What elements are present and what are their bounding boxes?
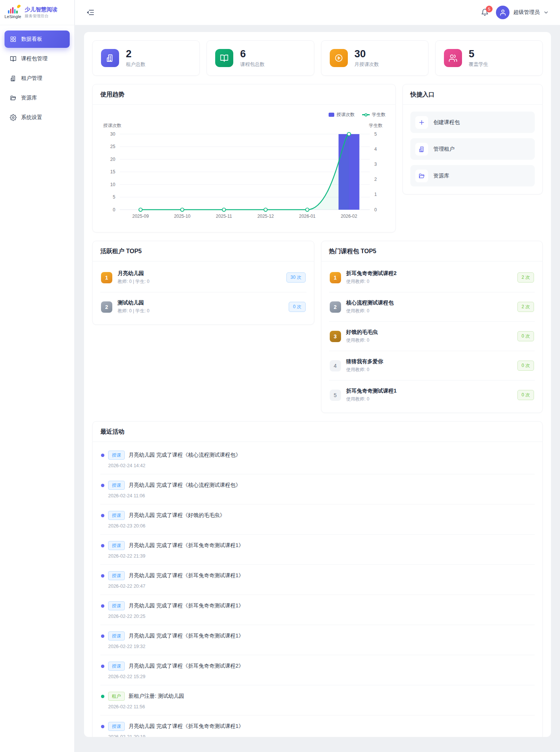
active-tenants-card: 活跃租户 TOP5 1 月亮幼儿园 教师: 0 | 学生: 0 30 次 [92, 241, 314, 325]
activity-item: 授课 月亮幼儿园 完成了课程《折耳兔奇奇测试课程1》 2026-02-21 20… [100, 715, 535, 737]
activity-text: 新租户注册: 测试幼儿园 [129, 693, 184, 700]
activity-time: 2026-02-24 11:06 [108, 493, 534, 498]
package-name: 折耳兔奇奇测试课程2 [346, 270, 512, 277]
svg-text:1: 1 [374, 192, 377, 197]
count-badge: 0 次 [517, 361, 534, 371]
package-info: 折耳兔奇奇测试课程1 使用教师: 0 [346, 388, 512, 402]
package-meta: 使用教师: 0 [346, 278, 512, 285]
stat-card-packages: 6 课程包总数 [207, 40, 314, 76]
activity-item: 授课 月亮幼儿园 完成了课程《核心流程测试课程包》 2026-02-24 14:… [100, 444, 535, 474]
activity-dot [101, 514, 104, 517]
activity-text: 月亮幼儿园 完成了课程《核心流程测试课程包》 [129, 482, 241, 489]
usage-trend-chart: 0510152025300123452025-092025-102025-112… [100, 130, 388, 223]
sidebar-item-label: 租户管理 [21, 75, 42, 82]
user-name: 超级管理员 [513, 9, 540, 16]
activity-tag: 授课 [108, 631, 125, 640]
sidebar-item-dashboard[interactable]: 数据看板 [5, 31, 70, 48]
package-info: 核心流程测试课程包 使用教师: 0 [346, 300, 512, 314]
package-row: 2 核心流程测试课程包 使用教师: 0 2 次 [329, 292, 535, 322]
package-meta: 使用教师: 0 [346, 367, 512, 373]
tenant-name: 测试幼儿园 [118, 300, 283, 306]
menu-fold-icon[interactable] [86, 8, 95, 17]
quick-item-label: 创建课程包 [433, 119, 460, 126]
quick-item-create-package[interactable]: 创建课程包 [410, 112, 535, 133]
activity-dot [101, 454, 104, 457]
activity-item: 授课 月亮幼儿园 完成了课程《核心流程测试课程包》 2026-02-24 11:… [100, 474, 535, 504]
activity-text: 月亮幼儿园 完成了课程《折耳兔奇奇测试课程1》 [129, 633, 244, 639]
svg-text:15: 15 [110, 169, 116, 174]
activity-time: 2026-02-22 11:56 [108, 704, 534, 709]
activity-dot [101, 665, 104, 668]
folder-icon [415, 170, 428, 182]
count-badge: 0 次 [517, 331, 534, 341]
stat-card-students: 5 覆盖学生 [435, 40, 543, 76]
sidebar: LeSingle 少儿智慧阅读 服务管理后台 数据看板 课程包管理 [0, 0, 75, 752]
hot-packages-list: 1 折耳兔奇奇测试课程2 使用教师: 0 2 次 2 [321, 261, 543, 413]
package-meta: 使用教师: 0 [346, 337, 512, 344]
stat-value: 6 [240, 48, 265, 60]
activity-dot [101, 695, 104, 698]
package-name: 核心流程测试课程包 [346, 300, 512, 306]
package-meta: 使用教师: 0 [346, 396, 512, 402]
activity-text: 月亮幼儿园 完成了课程《折耳兔奇奇测试课程1》 [129, 602, 244, 609]
logo-leaf-icon [17, 4, 21, 9]
package-info: 好饿的毛毛虫 使用教师: 0 [346, 329, 512, 344]
book-icon [215, 49, 233, 67]
activity-time: 2026-02-22 20:25 [108, 614, 534, 619]
stat-value: 5 [469, 48, 488, 60]
stat-card-monthly-lessons: 30 月授课次数 [321, 40, 428, 76]
svg-text:2025-10: 2025-10 [174, 214, 191, 219]
sidebar-item-tenants[interactable]: 租户管理 [5, 70, 70, 87]
activity-item: 授课 月亮幼儿园 完成了课程《折耳兔奇奇测试课程1》 2026-02-22 21… [100, 535, 535, 565]
activity-tag: 授课 [108, 541, 125, 550]
building-icon [10, 75, 17, 82]
svg-text:10: 10 [110, 182, 116, 187]
package-row: 5 折耳兔奇奇测试课程1 使用教师: 0 0 次 [329, 381, 535, 410]
activity-text: 月亮幼儿园 完成了课程《折耳兔奇奇测试课程1》 [129, 572, 244, 579]
usage-trend-body: 授课次数 学生数 授课次数 学生数 0510152025300123452025… [93, 105, 395, 232]
svg-text:30: 30 [110, 131, 116, 137]
tenant-info: 测试幼儿园 教师: 0 | 学生: 0 [118, 300, 283, 314]
sidebar-item-label: 资源库 [21, 95, 37, 101]
legend-label: 授课次数 [337, 112, 355, 118]
svg-text:25: 25 [110, 144, 116, 149]
svg-text:2026-01: 2026-01 [299, 214, 316, 219]
svg-text:2026-02: 2026-02 [341, 214, 357, 219]
legend-item-students[interactable]: 学生数 [362, 112, 386, 118]
recent-activities-card: 最近活动 授课 月亮幼儿园 完成了课程《核心流程测试课程包》 2026-02-2… [92, 421, 543, 737]
rank-badge: 1 [101, 272, 112, 283]
rank-badge: 4 [330, 360, 341, 371]
quick-item-manage-tenants[interactable]: 管理租户 [410, 138, 535, 160]
rank-badge: 2 [101, 301, 112, 313]
notification-bell-icon[interactable]: 5 [481, 8, 489, 17]
activity-tag: 授课 [108, 662, 125, 671]
activity-item: 授课 月亮幼儿园 完成了课程《折耳兔奇奇测试课程1》 2026-02-22 19… [100, 625, 535, 655]
package-meta: 使用教师: 0 [346, 308, 512, 314]
package-name: 好饿的毛毛虫 [346, 329, 512, 336]
sidebar-item-resources[interactable]: 资源库 [5, 89, 70, 107]
activity-item: 授课 月亮幼儿园 完成了课程《好饿的毛毛虫》 2026-02-23 20:06 [100, 504, 535, 535]
users-icon [444, 49, 462, 67]
package-row: 4 猜猜我有多爱你 使用教师: 0 0 次 [329, 351, 535, 381]
bar-swatch-icon [329, 113, 334, 117]
activity-time: 2026-02-23 20:06 [108, 523, 534, 529]
package-name: 折耳兔奇奇测试课程1 [346, 388, 512, 394]
active-tenants-list: 1 月亮幼儿园 教师: 0 | 学生: 0 30 次 2 [93, 261, 314, 324]
package-name: 猜猜我有多爱你 [346, 358, 512, 365]
sidebar-item-course-packages[interactable]: 课程包管理 [5, 50, 70, 67]
brand-logo-text: LeSingle [5, 14, 21, 19]
plus-icon [415, 116, 428, 129]
count-badge: 0 次 [517, 390, 534, 400]
sidebar-item-settings[interactable]: 系统设置 [5, 109, 70, 126]
package-info: 猜猜我有多爱你 使用教师: 0 [346, 358, 512, 373]
quick-item-resources[interactable]: 资源库 [410, 165, 535, 186]
legend-item-lessons[interactable]: 授课次数 [329, 112, 355, 118]
gear-icon [10, 114, 17, 121]
play-icon [330, 49, 348, 67]
main-content: 2 租户总数 6 课程包总数 [75, 25, 560, 752]
brand-subtitle: 服务管理后台 [24, 14, 57, 19]
activity-dot [101, 484, 104, 487]
tenant-row: 1 月亮幼儿园 教师: 0 | 学生: 0 30 次 [100, 263, 306, 292]
user-menu[interactable]: 超级管理员 [496, 6, 549, 19]
folder-icon [10, 95, 17, 101]
